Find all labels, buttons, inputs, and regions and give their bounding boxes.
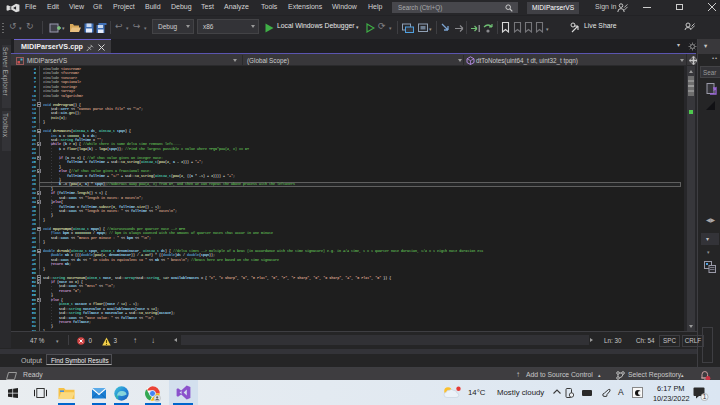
svg-text:1: 1 <box>703 393 707 400</box>
